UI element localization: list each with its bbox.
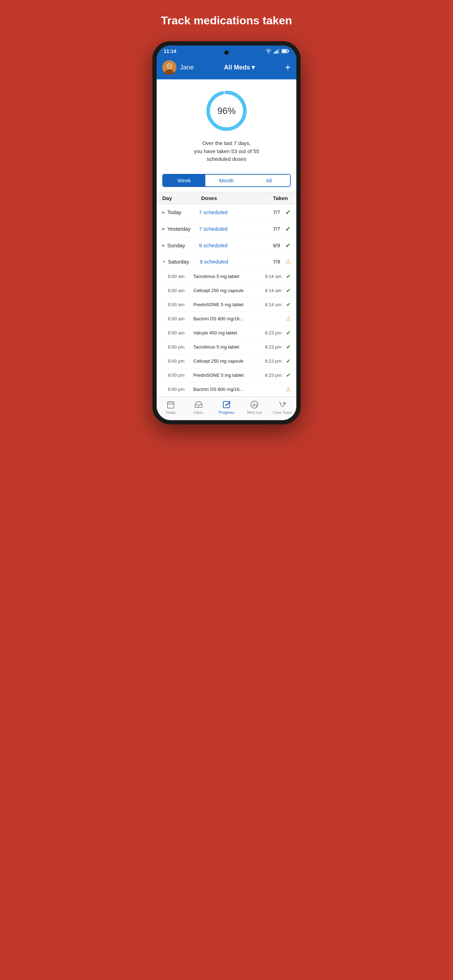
svg-rect-13	[168, 402, 174, 408]
signal-icon	[274, 49, 280, 54]
sub-status-5: ✔	[281, 344, 291, 350]
svg-point-10	[167, 64, 172, 68]
sub-status-3: ⚠	[281, 315, 291, 322]
progress-description: Over the last 7 days, you have taken 53 …	[194, 139, 259, 163]
nav-label-progress: Progress	[219, 410, 234, 415]
sub-time-6: 8:00 pm	[168, 358, 193, 364]
sub-med-8: Bactrim DS 800 mg/16...	[193, 387, 261, 392]
day-row-yesterday[interactable]: ▶ Yesterday 7 scheduled 7/7 ✔	[157, 221, 296, 237]
svg-rect-0	[274, 52, 275, 54]
tab-month[interactable]: Month	[205, 175, 248, 186]
doses-saturday: 9 scheduled	[200, 259, 259, 264]
taken-saturday: 7/9	[259, 259, 280, 264]
doses-sunday: 9 scheduled	[199, 242, 259, 248]
sub-time-0: 8:00 am	[168, 274, 193, 279]
bottom-nav: Today Inbox Progress	[157, 396, 296, 420]
nav-item-inbox[interactable]: Inbox	[184, 400, 212, 415]
nav-label-medlist: Med List	[247, 410, 262, 415]
sub-time-4: 8:00 am	[168, 330, 193, 336]
sub-taken-4: 8:23 pm	[261, 330, 281, 336]
progress-icon	[222, 400, 231, 409]
nav-item-medlist[interactable]: Rx Med List	[241, 400, 269, 415]
tab-week[interactable]: Week	[163, 175, 205, 186]
header-title[interactable]: All Meds ▾	[224, 64, 255, 71]
col-taken-header: Taken	[259, 195, 291, 201]
table-header: Day Doses Taken	[157, 192, 296, 204]
status-yesterday: ✔	[280, 225, 291, 233]
day-row-saturday[interactable]: ▼ Saturday 9 scheduled 7/9 ⚠	[157, 254, 296, 269]
nav-label-inbox: Inbox	[194, 410, 203, 415]
stethoscope-icon	[278, 400, 286, 409]
nav-item-progress[interactable]: Progress	[212, 400, 240, 415]
taken-yesterday: 7/7	[259, 226, 280, 232]
svg-rect-6	[288, 51, 289, 52]
sub-status-7: ✔	[281, 372, 291, 379]
col-doses-header: Doses	[201, 195, 259, 201]
sub-time-3: 8:00 am	[168, 316, 193, 321]
status-saturday: ⚠	[280, 258, 291, 265]
sub-status-4: ✔	[281, 329, 291, 336]
svg-rect-1	[275, 51, 276, 54]
svg-rect-2	[277, 50, 278, 54]
sub-row-7: 8:00 pm PredniSONE 5 mg tablet 8:23 pm ✔	[157, 368, 296, 382]
sub-row-6: 8:00 pm Cellcept 250 mg capsule 8:23 pm …	[157, 354, 296, 368]
day-row-sunday[interactable]: ▶ Sunday 9 scheduled 9/9 ✔	[157, 237, 296, 254]
header-user-name: Jane	[180, 64, 194, 71]
sub-status-0: ✔	[281, 273, 291, 280]
nav-item-careteam[interactable]: Care Team	[269, 400, 296, 415]
phone-frame: 11:14	[153, 41, 300, 425]
nav-item-today[interactable]: Today	[157, 400, 184, 415]
sub-time-7: 8:00 pm	[168, 372, 193, 378]
status-icons	[265, 49, 289, 54]
status-sunday: ✔	[280, 242, 291, 250]
header-title-text: All Meds	[224, 64, 250, 71]
expand-arrow-yesterday: ▶	[162, 227, 165, 231]
sub-med-0: Tacrolimus 5 mg tablet	[193, 274, 261, 279]
camera-notch	[224, 51, 229, 55]
status-today: ✔	[280, 208, 291, 216]
svg-text:Rx: Rx	[253, 403, 258, 407]
progress-desc-2: you have taken 53 out of 55	[194, 148, 259, 154]
svg-rect-5	[282, 50, 287, 52]
sub-med-7: PredniSONE 5 mg tablet	[193, 372, 261, 378]
sub-status-1: ✔	[281, 287, 291, 294]
sub-med-2: PredniSONE 5 mg tablet	[193, 302, 261, 307]
app-header: Jane All Meds ▾ +	[157, 57, 296, 80]
sub-time-5: 8:00 pm	[168, 344, 193, 350]
progress-desc-1: Over the last 7 days,	[202, 140, 251, 146]
battery-icon	[281, 49, 289, 53]
inbox-icon	[194, 400, 203, 409]
avatar[interactable]	[162, 60, 176, 75]
tab-all[interactable]: All	[248, 175, 290, 186]
page-wrapper: Track medications taken 11:14	[138, 14, 315, 425]
sub-row-0: 8:00 am Tacrolimus 5 mg tablet 8:14 am ✔	[157, 269, 296, 284]
svg-rect-3	[278, 49, 279, 54]
nav-label-today: Today	[165, 410, 176, 415]
expand-arrow-saturday: ▼	[162, 259, 166, 264]
phone-screen: 11:14	[157, 46, 296, 420]
header-left: Jane	[162, 60, 194, 75]
sub-row-1: 8:00 am Cellcept 250 mg capsule 8:14 am …	[157, 284, 296, 298]
col-day-header: Day	[162, 195, 201, 201]
sub-status-6: ✔	[281, 358, 291, 364]
wifi-icon	[265, 49, 272, 54]
day-name-today: Today	[167, 209, 199, 215]
sub-taken-1: 8:14 am	[261, 288, 281, 293]
doses-yesterday: 7 scheduled	[199, 226, 259, 232]
sub-row-4: 8:00 am Valcyte 450 mg tablet 8:23 pm ✔	[157, 326, 296, 340]
sub-time-2: 8:00 am	[168, 302, 193, 307]
sub-row-8: 8:00 pm Bactrim DS 800 mg/16... ⚠	[157, 382, 296, 396]
doses-today: 7 scheduled	[199, 209, 259, 215]
day-name-saturday: Saturday	[168, 259, 200, 264]
taken-today: 7/7	[259, 209, 280, 215]
expand-arrow-today: ▶	[162, 210, 165, 214]
add-button[interactable]: +	[285, 62, 291, 72]
taken-sunday: 9/9	[259, 242, 280, 248]
nav-label-careteam: Care Team	[273, 410, 292, 415]
day-row-today[interactable]: ▶ Today 7 scheduled 7/7 ✔	[157, 204, 296, 221]
sub-taken-5: 8:23 pm	[261, 344, 281, 350]
sub-taken-7: 8:23 pm	[261, 372, 281, 378]
sub-med-1: Cellcept 250 mg capsule	[193, 288, 261, 293]
expand-arrow-sunday: ▶	[162, 243, 165, 247]
page-headline: Track medications taken	[161, 14, 292, 27]
